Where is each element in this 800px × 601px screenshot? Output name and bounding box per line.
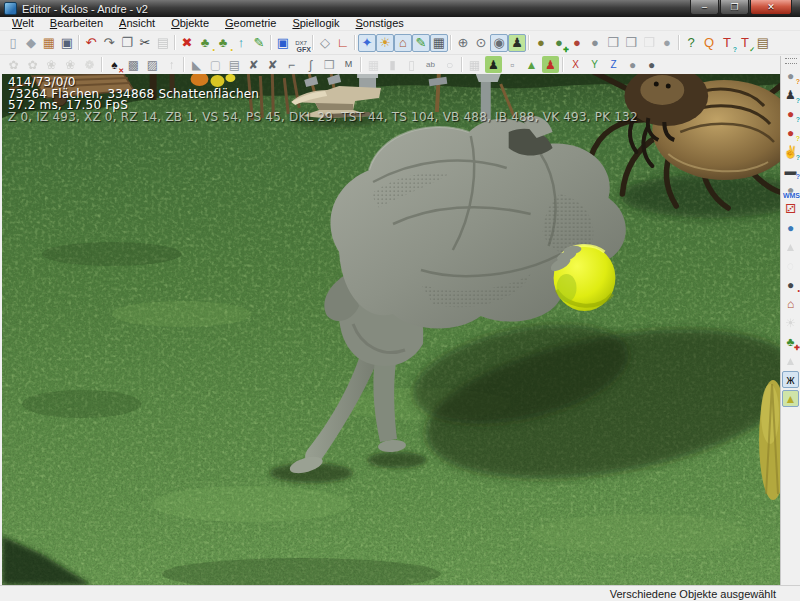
menu-spiellogik[interactable]: Spiellogik xyxy=(284,17,347,30)
sun-terrain-gray-icon[interactable]: ☀ xyxy=(782,314,799,331)
globe-icon[interactable]: ● xyxy=(782,219,799,236)
snap-star-icon[interactable]: ✦ xyxy=(358,34,376,52)
tree-delete-icon[interactable]: ♠✕ xyxy=(106,56,123,73)
terrain-patch-icon[interactable]: ▦ xyxy=(466,56,483,73)
clone-cubes-icon[interactable]: ❒ xyxy=(604,34,622,52)
terrain-question-icon[interactable]: ? xyxy=(682,34,700,52)
menu-welt[interactable]: Welt xyxy=(4,17,42,30)
cylinder-icon[interactable]: ▮ xyxy=(384,56,401,73)
object-question-icon[interactable]: ●? xyxy=(782,67,799,84)
tree-add-icon[interactable]: ♣✚ xyxy=(782,333,799,350)
terrain-sun-icon[interactable]: ☀ xyxy=(376,34,394,52)
house-icon[interactable]: ⌂ xyxy=(782,295,799,312)
undo-icon[interactable]: ↶ xyxy=(82,34,100,52)
bomb-question-icon[interactable]: ●? xyxy=(782,105,799,122)
crossed-tools-alt-icon[interactable]: ✘ xyxy=(264,56,281,73)
menu-objekte[interactable]: Objekte xyxy=(163,17,217,30)
raise-terrain-icon[interactable]: ↑ xyxy=(163,56,180,73)
wms-sphere-icon[interactable]: ●WMS xyxy=(782,181,799,198)
sphere-olive-icon[interactable]: ● xyxy=(532,34,550,52)
clone-cubes-alt-icon[interactable]: ❒ xyxy=(622,34,640,52)
flat-grid-icon[interactable]: ▢ xyxy=(207,56,224,73)
apple-question-icon[interactable]: ●? xyxy=(782,124,799,141)
axis-triad-icon[interactable]: ∟ xyxy=(334,34,352,52)
import-up-icon[interactable]: ↑ xyxy=(232,34,250,52)
textured-cube-icon[interactable]: ▦ xyxy=(40,34,58,52)
select-add-icon[interactable]: ⊕ xyxy=(454,34,472,52)
sphere-tool-icon[interactable]: ● xyxy=(624,56,641,73)
dx7-gfx-icon[interactable]: DX7GFX xyxy=(292,34,310,52)
text-check-icon[interactable]: T✓ xyxy=(736,34,754,52)
flower-brush-alt-icon[interactable]: ❀ xyxy=(62,56,79,73)
terrain-yellow-icon[interactable]: ▲ xyxy=(782,390,799,407)
scene-canvas[interactable] xyxy=(2,74,780,585)
terrain-gray-icon[interactable]: ▲ xyxy=(782,238,799,255)
sprout-brush-icon[interactable]: ❁ xyxy=(81,56,98,73)
person-question-icon[interactable]: ♟? xyxy=(782,86,799,103)
place-figure-icon[interactable]: ♟ xyxy=(508,34,526,52)
green-mound-icon[interactable]: ▲ xyxy=(523,56,540,73)
grass-brush-alt-icon[interactable]: ✿ xyxy=(24,56,41,73)
rotate-clone-icon[interactable]: ❒ xyxy=(321,56,338,73)
bucket-icon[interactable]: ▯ xyxy=(403,56,420,73)
cut-icon[interactable]: ✂ xyxy=(136,34,154,52)
dice-icon[interactable]: ⚂ xyxy=(782,200,799,217)
sphere-gray-icon[interactable]: ● xyxy=(586,34,604,52)
picture-frame-icon[interactable]: ▤ xyxy=(226,56,243,73)
cloud-gray-icon[interactable]: ◌ xyxy=(782,257,799,274)
copy-icon[interactable]: ❐ xyxy=(118,34,136,52)
pattern-grid-icon[interactable]: ▩ xyxy=(125,56,142,73)
grid-faded-icon[interactable]: ▦ xyxy=(365,56,382,73)
select-single-icon[interactable]: ⊙ xyxy=(472,34,490,52)
menu-ansicht[interactable]: Ansicht xyxy=(111,17,163,30)
maximize-button[interactable]: ❐ xyxy=(720,0,749,15)
save-icon[interactable]: ▣ xyxy=(58,34,76,52)
draw-pencil-icon[interactable]: ✎ xyxy=(412,34,430,52)
redo-icon[interactable]: ↷ xyxy=(100,34,118,52)
sphere-red-icon[interactable]: ● xyxy=(568,34,586,52)
select-box-icon[interactable]: ◉ xyxy=(490,34,508,52)
mound-gray-icon[interactable]: ▲ xyxy=(782,352,799,369)
rope-tool-icon[interactable]: ʃ xyxy=(302,56,319,73)
tree-paint-icon[interactable]: ♣• xyxy=(196,34,214,52)
edit-pencil-icon[interactable]: ✎ xyxy=(250,34,268,52)
figure-red-mound-icon[interactable]: ♟ xyxy=(542,56,559,73)
menu-geometrie[interactable]: Geometrie xyxy=(217,17,284,30)
blue-frame-icon[interactable]: ▣ xyxy=(274,34,292,52)
show-grid-icon[interactable]: ▦ xyxy=(430,34,448,52)
viewport-3d[interactable]: 414/73/0/0 73264 Flächen, 334868 Schatte… xyxy=(2,74,780,585)
sphere-add-icon[interactable]: ●✚ xyxy=(550,34,568,52)
axis-x-lock-icon[interactable]: X xyxy=(567,56,584,73)
new-file-icon[interactable]: ▯ xyxy=(4,34,22,52)
glove-check-icon[interactable]: ✌? xyxy=(782,143,799,160)
toolbar-grip[interactable] xyxy=(785,58,797,64)
wall-texture-icon[interactable]: ▤ xyxy=(754,34,772,52)
crossed-tools-icon[interactable]: ✘ xyxy=(245,56,262,73)
menu-sonstiges[interactable]: Sonstiges xyxy=(348,17,412,30)
pattern-grid-alt-icon[interactable]: ▨ xyxy=(144,56,161,73)
paste-icon[interactable]: ▤ xyxy=(154,34,172,52)
tree-paint-alt-icon[interactable]: ♣• xyxy=(214,34,232,52)
sphere-dark-icon[interactable]: ● xyxy=(658,34,676,52)
show-houses-icon[interactable]: ⌂ xyxy=(394,34,412,52)
sphere-tool-dark-icon[interactable]: ● xyxy=(643,56,660,73)
dotted-selection-icon[interactable]: ▫ xyxy=(504,56,521,73)
anchor-m-icon[interactable]: M xyxy=(340,56,357,73)
rock-tool-icon[interactable]: ◣ xyxy=(188,56,205,73)
water-drop-icon[interactable]: ○ xyxy=(441,56,458,73)
axis-z-lock-icon[interactable]: Z xyxy=(605,56,622,73)
menu-bearbeiten[interactable]: Bearbeiten xyxy=(42,17,111,30)
ab-list-icon[interactable]: ab xyxy=(422,56,439,73)
close-button[interactable]: ✕ xyxy=(750,0,792,15)
flower-brush-icon[interactable]: ❀ xyxy=(43,56,60,73)
clone-cubes-faded-icon[interactable]: ❒ xyxy=(640,34,658,52)
grass-brush-icon[interactable]: ✿ xyxy=(5,56,22,73)
sphere-markers-icon[interactable]: ●• xyxy=(782,276,799,293)
book-question-icon[interactable]: ▬? xyxy=(782,162,799,179)
delete-icon[interactable]: ✖ xyxy=(178,34,196,52)
animate-figure-icon[interactable]: ж xyxy=(782,371,799,388)
axis-y-lock-icon[interactable]: Y xyxy=(586,56,603,73)
text-question-icon[interactable]: T? xyxy=(718,34,736,52)
minimize-button[interactable]: – xyxy=(690,0,719,15)
wire-cube-icon[interactable]: ◇ xyxy=(316,34,334,52)
